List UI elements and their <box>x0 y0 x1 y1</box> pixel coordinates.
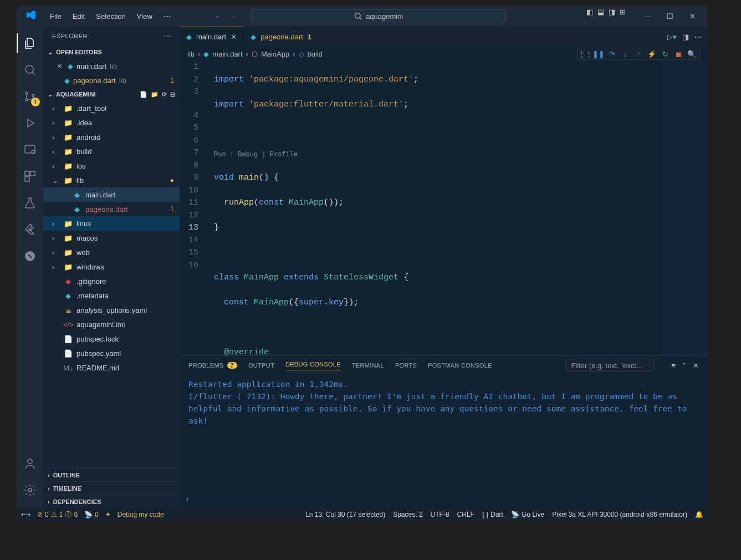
new-folder-icon[interactable]: 📁 <box>151 91 159 98</box>
sb-language[interactable]: { } Dart <box>482 511 503 518</box>
panel-tab-postman[interactable]: POSTMAN CONSOLE <box>428 362 492 369</box>
menu-selection[interactable]: Selection <box>91 10 130 23</box>
tree-item[interactable]: ›📁windows <box>43 259 180 274</box>
panel-tab-output[interactable]: OUTPUT <box>248 362 274 369</box>
step-into-icon[interactable]: ↓ <box>621 49 630 58</box>
tree-item[interactable]: ›📁macos <box>43 231 180 245</box>
tree-item[interactable]: ›📁android <box>43 130 180 144</box>
debug-console-prompt[interactable]: › <box>180 495 708 508</box>
outline-header[interactable]: ›OUTLINE <box>43 468 180 481</box>
step-over-icon[interactable]: ↷ <box>607 49 616 58</box>
editor-more-icon[interactable]: ··· <box>694 33 702 41</box>
tree-item[interactable]: ◆.metadata <box>43 288 180 303</box>
sb-debug-my-code[interactable]: Debug my code <box>117 511 164 518</box>
collapse-icon[interactable]: ⊟ <box>170 91 175 98</box>
sb-ports[interactable]: 📡0 <box>84 511 99 518</box>
filter-settings-icon[interactable]: ≡ <box>671 362 676 370</box>
activity-scm[interactable]: 1 <box>17 83 43 110</box>
panel-tab-terminal[interactable]: TERMINAL <box>352 362 384 369</box>
panel-tab-debug-console[interactable]: DEBUG CONSOLE <box>285 361 341 370</box>
activity-misc[interactable] <box>17 243 43 269</box>
tree-item[interactable]: ◆main.dart <box>43 187 180 202</box>
new-file-icon[interactable]: 📄 <box>140 91 147 98</box>
layout-icon-2[interactable]: ⬓ <box>597 8 604 24</box>
tree-item[interactable]: ◆.gitignore <box>43 274 180 288</box>
window-close-icon[interactable]: ✕ <box>681 8 703 24</box>
drag-handle-icon[interactable]: ⋮⋮ <box>581 49 590 58</box>
menu-view[interactable]: View <box>132 10 157 23</box>
layout-icon-3[interactable]: ◨ <box>609 8 615 24</box>
sb-problems[interactable]: ⊘0 ⚠1 ⓘ6 <box>37 510 78 520</box>
activity-search[interactable] <box>17 57 43 83</box>
run-debug-icon[interactable]: ▷▾ <box>667 33 677 41</box>
code-editor[interactable]: 123 4567 891011 1213141516 import 'packa… <box>180 61 708 355</box>
tree-item[interactable]: ›📁.idea <box>43 115 180 130</box>
activity-accounts[interactable] <box>17 450 43 477</box>
activity-remote[interactable] <box>17 136 43 163</box>
panel-close-icon[interactable]: ✕ <box>693 362 699 370</box>
menu-edit[interactable]: Edit <box>68 10 89 23</box>
sb-eol[interactable]: CRLF <box>457 511 474 518</box>
tree-item[interactable]: 📄pubspec.yaml <box>43 346 180 360</box>
devtools-icon[interactable]: 🔍 <box>687 49 696 58</box>
nav-forward-icon[interactable]: → <box>231 12 238 21</box>
minimap[interactable] <box>663 61 708 355</box>
sb-debug-hint-icon[interactable]: ✦ <box>105 511 111 518</box>
close-icon[interactable]: ✕ <box>57 62 64 70</box>
menu-overflow[interactable]: ··· <box>159 10 176 23</box>
breadcrumb[interactable]: lib› ◆ main.dart› ⬡ MainApp› ◇ build ⋮⋮ … <box>180 47 708 61</box>
crumb-class[interactable]: MainApp <box>261 50 289 58</box>
activity-run[interactable] <box>17 110 43 136</box>
project-header[interactable]: ⌄ AQUAGEMINI 📄 📁 ⟳ ⊟ <box>43 88 180 101</box>
tree-item[interactable]: ≣analysis_options.yaml <box>43 303 180 317</box>
debug-console-output[interactable]: Restarted application in 1,342ms.I/flutt… <box>180 375 708 495</box>
tree-item[interactable]: M↓README.md <box>43 360 180 375</box>
tree-item[interactable]: ⌄📁lib● <box>43 173 180 187</box>
codelens[interactable]: Run | Debug | Profile <box>214 149 708 160</box>
step-out-icon[interactable]: ↑ <box>634 49 643 58</box>
panel-filter-input[interactable]: Filter (e.g. text, !excl... <box>566 359 655 372</box>
tree-item[interactable]: 📄pubspec.lock <box>43 332 180 346</box>
sb-golive[interactable]: 📡 Go Live <box>511 511 544 518</box>
open-editor-main[interactable]: ✕ ◆ main.dart lib <box>43 59 180 73</box>
tree-item[interactable]: ◆pageone.dart1 <box>43 202 180 216</box>
sb-remote-icon[interactable]: ⟷ <box>21 511 30 518</box>
open-editors-header[interactable]: ⌄ OPEN EDITORS <box>43 45 180 59</box>
sidebar-more-icon[interactable]: ··· <box>164 33 171 39</box>
tab-main-dart[interactable]: ◆ main.dart ✕ <box>180 27 244 47</box>
sb-encoding[interactable]: UTF-8 <box>431 511 449 518</box>
tab-pageone-dart[interactable]: ◆ pageone.dart 1 <box>244 27 319 47</box>
crumb-lib[interactable]: lib <box>187 50 195 58</box>
code-body[interactable]: import 'package:aquagemini/pageone.dart'… <box>207 61 708 355</box>
tree-item[interactable]: ›📁web <box>43 245 180 259</box>
tree-item[interactable]: ›📁.dart_tool <box>43 101 180 115</box>
crumb-method[interactable]: build <box>308 50 323 58</box>
tree-item[interactable]: ›📁ios <box>43 159 180 173</box>
window-minimize-icon[interactable]: — <box>637 8 659 24</box>
layout-icon-4[interactable]: ⊞ <box>620 8 626 24</box>
restart-icon[interactable]: ↻ <box>661 49 670 58</box>
command-center[interactable]: aquagemini <box>251 9 506 23</box>
open-editor-pageone[interactable]: ◆ pageone.dart lib 1 <box>43 73 180 88</box>
nav-back-icon[interactable]: ← <box>214 12 222 21</box>
panel-maximize-icon[interactable]: ⌃ <box>681 362 687 370</box>
pause-icon[interactable]: ❚❚ <box>594 49 603 58</box>
dependencies-header[interactable]: ›DEPENDENCIES <box>43 495 180 508</box>
activity-explorer[interactable] <box>17 30 43 57</box>
window-maximize-icon[interactable]: ☐ <box>659 8 681 24</box>
layout-icon-1[interactable]: ◧ <box>586 8 593 24</box>
sb-indent[interactable]: Spaces: 2 <box>393 511 422 518</box>
sb-cursor-pos[interactable]: Ln 13, Col 30 (17 selected) <box>305 511 385 518</box>
panel-tab-problems[interactable]: PROBLEMS 7 <box>188 362 237 369</box>
activity-extensions[interactable] <box>17 163 43 190</box>
tree-item[interactable]: </>aquagemini.iml <box>43 317 180 332</box>
crumb-file[interactable]: main.dart <box>212 50 242 58</box>
menu-file[interactable]: File <box>45 10 66 23</box>
tree-item[interactable]: ›📁linux <box>43 216 180 231</box>
split-editor-icon[interactable]: ◨ <box>682 33 689 41</box>
sb-device[interactable]: Pixel 3a XL API 30000 (android-x86 emula… <box>552 511 687 518</box>
hot-reload-icon[interactable]: ⚡ <box>647 49 656 58</box>
activity-settings[interactable] <box>17 477 43 503</box>
refresh-icon[interactable]: ⟳ <box>162 91 167 98</box>
panel-tab-ports[interactable]: PORTS <box>395 362 417 369</box>
